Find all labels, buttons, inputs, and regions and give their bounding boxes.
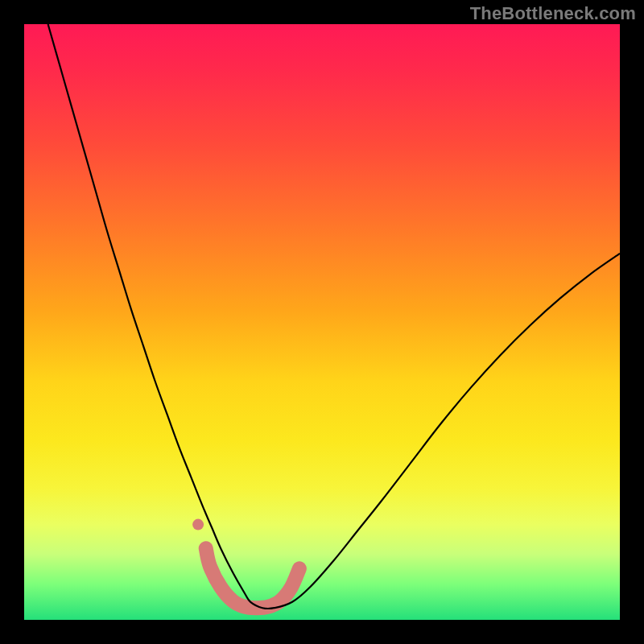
highlight-band [206, 548, 299, 608]
highlight-dot [192, 519, 204, 530]
curve-svg [24, 24, 620, 620]
plot-area [24, 24, 620, 620]
bottleneck-curve [48, 24, 620, 609]
chart-frame: TheBottleneck.com [0, 0, 644, 644]
watermark-text: TheBottleneck.com [470, 3, 636, 24]
